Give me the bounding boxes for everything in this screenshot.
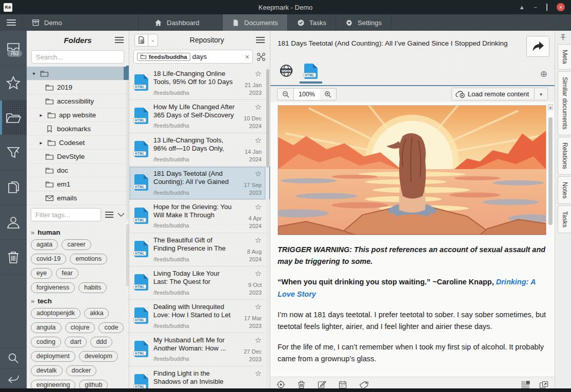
folders-scrollbar[interactable]	[126, 66, 129, 219]
star-icon[interactable]: ☆	[255, 336, 262, 344]
tag[interactable]: akka	[84, 308, 109, 319]
tag[interactable]: clojure	[65, 322, 95, 333]
tags-menu-icon[interactable]	[105, 210, 113, 219]
new-document-icon[interactable]	[135, 34, 148, 46]
tag[interactable]: devtalk	[31, 365, 63, 376]
folder-row[interactable]: DevStyle	[27, 150, 129, 163]
document-list-item[interactable]: HTML Living Today Like Your Last: The Qu…	[129, 266, 266, 300]
nav-tab-tasks[interactable]: Tasks	[288, 14, 336, 31]
tag-group-tech[interactable]: »tech	[31, 297, 125, 305]
new-document-dropdown-icon[interactable]: ⌄	[148, 34, 157, 46]
side-tab-meta[interactable]: Meta	[558, 44, 571, 70]
folders-search-input[interactable]	[36, 53, 120, 61]
expander-closed-icon[interactable]: ▸	[38, 112, 44, 118]
tag[interactable]: dart	[65, 337, 87, 347]
pin-icon[interactable]	[555, 31, 571, 44]
viewer-scrollbar-thumb[interactable]	[548, 117, 553, 225]
tag[interactable]: eye	[31, 268, 52, 279]
folders-menu-icon[interactable]	[115, 35, 124, 45]
rail-contacts-button[interactable]	[0, 205, 27, 240]
clear-search-icon[interactable]: ×	[245, 53, 249, 61]
star-icon[interactable]: ☆	[255, 103, 262, 111]
folder-row[interactable]: accessibility	[27, 94, 129, 108]
star-icon[interactable]: ☆	[255, 369, 262, 377]
add-format-icon[interactable]: ⊕	[540, 69, 547, 79]
document-list-item[interactable]: HTML The Beautiful Gift of Finding Prese…	[129, 233, 266, 266]
tag[interactable]: github	[79, 380, 108, 388]
format-tab-www[interactable]: WWW	[279, 61, 294, 80]
star-icon[interactable]: ☆	[255, 303, 262, 311]
close-icon[interactable]: ×	[557, 3, 565, 11]
document-list-item[interactable]: HTML 13 Life-Changing Tools, 96% off—10 …	[129, 133, 266, 167]
rail-return-button[interactable]	[0, 368, 27, 388]
html-content-viewer[interactable]: TRIGGER WARNING: This post references an…	[270, 102, 555, 377]
load-remote-content-button[interactable]: Load remote content ▾	[451, 88, 548, 100]
rail-trash-button[interactable]	[0, 240, 27, 275]
scroll-up-icon[interactable]: ▲	[548, 104, 553, 110]
rail-copy-button[interactable]	[0, 170, 27, 205]
folders-search-box[interactable]	[31, 50, 124, 64]
filter-tags-input[interactable]	[35, 211, 96, 219]
rail-inbox-button[interactable]: 763	[0, 31, 27, 66]
chevron-down-icon[interactable]	[117, 213, 125, 217]
tag[interactable]: habits	[78, 282, 107, 293]
tag[interactable]: fear	[56, 268, 78, 279]
viewer-scrollbar[interactable]: ▲	[548, 104, 553, 375]
side-tab-tasks[interactable]: Tasks	[558, 205, 571, 233]
restore-icon[interactable]	[546, 4, 547, 10]
zoom-out-button[interactable]	[277, 88, 294, 100]
tag[interactable]: adoptopenjdk	[31, 308, 81, 319]
calendar-icon[interactable]	[339, 380, 347, 389]
star-icon[interactable]: ☆	[255, 136, 262, 144]
tag[interactable]: coding	[31, 337, 61, 347]
tag[interactable]: covid-19	[31, 254, 66, 264]
load-remote-dropdown-icon[interactable]: ▾	[534, 88, 547, 100]
folder-row[interactable]: 2019	[27, 80, 129, 94]
folder-filter-chip[interactable]: feeds/buddha	[137, 53, 190, 61]
tag[interactable]: deployment	[31, 351, 75, 362]
nav-tab-demo[interactable]: Demo	[23, 14, 139, 31]
zoom-in-button[interactable]	[320, 88, 337, 100]
rail-search-button[interactable]	[0, 347, 27, 368]
locate-target-icon[interactable]	[277, 380, 285, 389]
star-icon[interactable]: ☆	[255, 70, 262, 77]
folder-row[interactable]: emails	[27, 191, 129, 205]
rail-folders-button[interactable]	[0, 100, 27, 135]
tag[interactable]: engineering	[31, 380, 75, 388]
side-tab-notes[interactable]: Notes	[558, 176, 571, 204]
star-icon[interactable]: ☆	[255, 236, 262, 244]
document-list-item[interactable]: HTML Dealing with Unrequited Love: How I…	[129, 300, 266, 333]
folder-row[interactable]: doc	[27, 163, 129, 177]
document-list-scrollbar[interactable]	[266, 67, 269, 388]
star-icon[interactable]: ☆	[255, 203, 262, 211]
document-list-item[interactable]: HTML My Husband Left Me for Another Woma…	[129, 333, 266, 366]
tag-group-human[interactable]: »human	[31, 229, 125, 236]
tag[interactable]: forgiveness	[31, 282, 75, 293]
share-button[interactable]	[526, 36, 549, 57]
new-document-split-button[interactable]: ⌄	[134, 34, 158, 47]
repository-search-input[interactable]: feeds/buddha days ×	[133, 50, 253, 64]
repository-menu-icon[interactable]	[256, 35, 265, 45]
tag[interactable]: ddd	[90, 337, 112, 347]
document-list-item[interactable]: HTML 18 Life-Changing Online Tools, 95% …	[129, 67, 266, 100]
tag[interactable]: emotions	[70, 254, 107, 264]
expander-closed-icon[interactable]: ▸	[38, 140, 44, 146]
side-tab-relations[interactable]: Relations	[558, 137, 571, 175]
tag[interactable]: developm	[79, 351, 118, 362]
folder-row[interactable]: ▸ Codeset	[27, 136, 129, 150]
nav-tab-settings[interactable]: Settings	[336, 14, 391, 31]
document-list-item-selected[interactable]: HTML 181 Days Teetotal (And Counting): A…	[129, 167, 266, 200]
side-tab-similar-documents[interactable]: Similar documents	[558, 71, 571, 135]
folder-root-row[interactable]: ▾	[27, 67, 129, 80]
expander-open-icon[interactable]: ▾	[31, 71, 37, 76]
document-list-item[interactable]: HTML How My Life Changed After 365 Days …	[129, 100, 266, 133]
rollup-icon[interactable]: ▲	[519, 4, 525, 10]
filter-tags-box[interactable]	[31, 208, 101, 221]
document-list-item[interactable]: HTML Hope for the Grieving: You Will Mak…	[129, 200, 266, 233]
format-tab-html[interactable]: HTML	[304, 61, 318, 83]
star-icon[interactable]: ☆	[255, 270, 262, 277]
delete-document-icon[interactable]	[298, 380, 305, 389]
star-icon[interactable]: ☆	[255, 170, 262, 177]
tag[interactable]: career	[62, 239, 91, 250]
reading-view-icon[interactable]	[521, 381, 530, 389]
